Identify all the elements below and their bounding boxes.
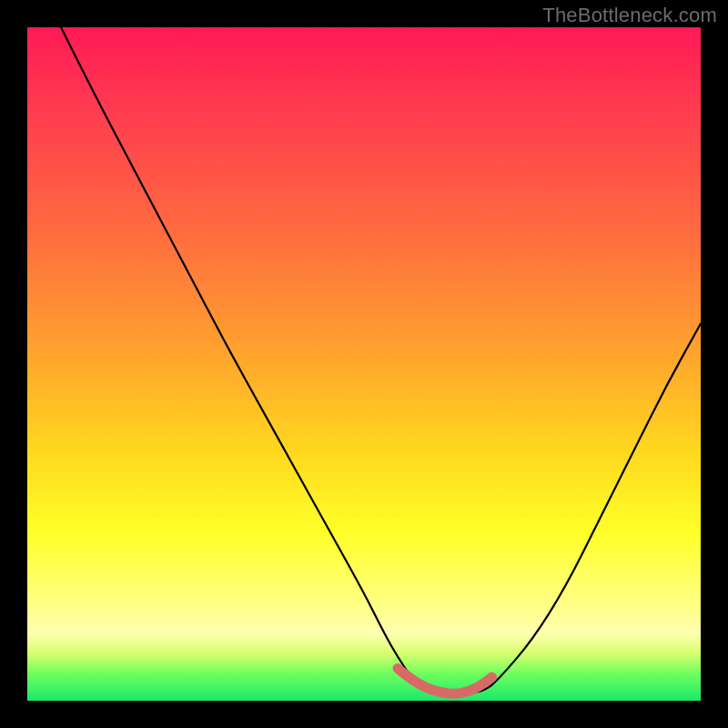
optimal-band-path: [398, 668, 492, 693]
watermark-text: TheBottleneck.com: [542, 4, 717, 27]
chart-svg: [27, 27, 701, 701]
chart-frame: TheBottleneck.com: [0, 0, 728, 728]
bottleneck-curve-path: [61, 27, 701, 694]
plot-area: [27, 27, 701, 701]
